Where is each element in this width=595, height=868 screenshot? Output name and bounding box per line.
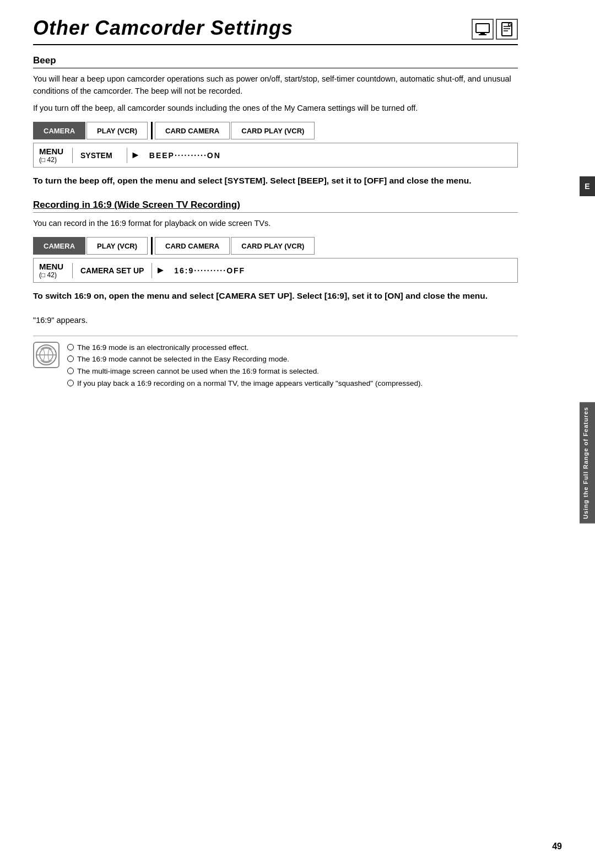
recording-tab-card-play[interactable]: CARD PLAY (VCR) (231, 237, 315, 255)
note-text-2: The 16:9 mode cannot be selected in the … (77, 353, 289, 365)
bullet-3 (67, 368, 74, 374)
note-lines: The 16:9 mode is an electronically proce… (67, 342, 518, 389)
document-icon (496, 19, 518, 40)
beep-menu-arrow-icon: ► (127, 149, 144, 161)
beep-title: Beep (33, 55, 518, 68)
page-title: Other Camcorder Settings (33, 17, 293, 40)
note-line-4: If you play back a 16:9 recording on a n… (67, 378, 518, 390)
recording-tab-card-camera[interactable]: CARD CAMERA (155, 237, 230, 255)
recording-menu-word: MENU (39, 262, 67, 271)
note-line-1: The 16:9 mode is an electronically proce… (67, 342, 518, 354)
beep-tab-camera[interactable]: CAMERA (33, 122, 85, 139)
svg-rect-0 (476, 24, 489, 33)
recording-instruction: To switch 16:9 on, open the menu and sel… (33, 289, 518, 302)
recording-tab-row: CAMERA PLAY (VCR) CARD CAMERA CARD PLAY … (33, 237, 518, 255)
svg-rect-1 (480, 33, 485, 34)
beep-menu-row: MENU (□ 42) SYSTEM ► BEEP··········ON (33, 143, 518, 168)
note-text-3: The multi-image screen cannot be used wh… (77, 365, 319, 378)
beep-menu-sub: (□ 42) (39, 156, 67, 164)
side-tab-e-letter: E (580, 176, 595, 196)
recording-menu-system: CAMERA SET UP (72, 263, 152, 278)
recording-menu-value: 16:9··········OFF (169, 263, 251, 278)
bullet-1 (67, 344, 74, 351)
beep-menu-label: MENU (□ 42) (34, 143, 72, 167)
beep-section: Beep You will hear a beep upon camcorder… (33, 55, 518, 187)
beep-menu-value: BEEP··········ON (144, 148, 226, 163)
note-line-2: The 16:9 mode cannot be selected in the … (67, 353, 518, 365)
note-text-1: The 16:9 mode is an electronically proce… (77, 342, 248, 354)
recording-body1: You can record in the 16:9 format for pl… (33, 217, 518, 229)
recording-section: Recording in 16:9 (Wide Screen TV Record… (33, 200, 518, 390)
recording-tab-separator (151, 237, 153, 255)
beep-body1: You will hear a beep upon camcorder oper… (33, 73, 518, 98)
beep-tab-row: CAMERA PLAY (VCR) CARD CAMERA CARD PLAY … (33, 122, 518, 139)
side-tab-label: Using the Full Range of Features (580, 402, 595, 524)
recording-appears: "16:9" appears. (33, 314, 518, 326)
beep-tab-play-vcr[interactable]: PLAY (VCR) (86, 122, 148, 139)
bullet-4 (67, 380, 74, 386)
recording-title: Recording in 16:9 (Wide Screen TV Record… (33, 200, 518, 213)
header-icons (472, 19, 518, 40)
beep-instruction: To turn the beep off, open the menu and … (33, 174, 518, 187)
recording-menu-label: MENU (□ 42) (34, 258, 72, 282)
page-number: 49 (552, 842, 562, 851)
recording-menu-sub: (□ 42) (39, 271, 67, 279)
beep-body2: If you turn off the beep, all camcorder … (33, 102, 518, 114)
beep-menu-word: MENU (39, 147, 67, 156)
beep-tab-card-play[interactable]: CARD PLAY (VCR) (231, 122, 315, 139)
recording-menu-row: MENU (□ 42) CAMERA SET UP ► 16:9········… (33, 258, 518, 283)
page-header: Other Camcorder Settings (33, 17, 518, 45)
side-tab-e: E (580, 176, 595, 197)
note-text-4: If you play back a 16:9 recording on a n… (77, 378, 423, 390)
recording-menu-arrow-icon: ► (152, 265, 169, 276)
side-tab-text: Using the Full Range of Features (580, 402, 595, 524)
note-box: The 16:9 mode is an electronically proce… (33, 336, 518, 389)
monitor-icon (472, 19, 494, 40)
beep-tab-card-camera[interactable]: CARD CAMERA (155, 122, 230, 139)
svg-rect-2 (479, 34, 486, 35)
recording-tab-camera[interactable]: CAMERA (33, 237, 85, 255)
note-icon (33, 342, 60, 368)
bullet-2 (67, 355, 74, 362)
recording-tab-play-vcr[interactable]: PLAY (VCR) (86, 237, 148, 255)
beep-tab-separator (151, 122, 153, 139)
beep-menu-system: SYSTEM (72, 148, 127, 163)
note-line-3: The multi-image screen cannot be used wh… (67, 365, 518, 378)
